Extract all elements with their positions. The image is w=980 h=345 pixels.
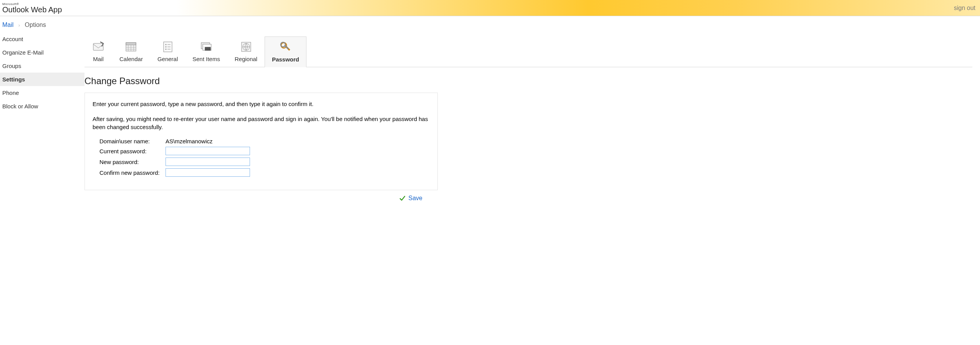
sidebar: Account Organize E-Mail Groups Settings … bbox=[0, 32, 84, 202]
tab-password[interactable]: Password bbox=[265, 36, 306, 67]
mail-icon bbox=[92, 40, 105, 53]
tab-regional[interactable]: Regional bbox=[227, 36, 265, 67]
intro-text-1: Enter your current password, type a new … bbox=[93, 100, 430, 108]
breadcrumb: Mail › Options bbox=[0, 16, 980, 32]
tab-label: Regional bbox=[235, 56, 257, 62]
intro-text-2: After saving, you might need to re-enter… bbox=[93, 115, 430, 131]
tab-calendar[interactable]: Calendar bbox=[112, 36, 150, 67]
new-password-input[interactable] bbox=[166, 158, 250, 166]
sent-items-icon bbox=[200, 40, 213, 53]
sidebar-item-groups[interactable]: Groups bbox=[0, 59, 84, 73]
password-icon bbox=[279, 41, 292, 54]
tab-sent-items[interactable]: Sent Items bbox=[185, 36, 227, 67]
sidebar-item-organize-email[interactable]: Organize E-Mail bbox=[0, 46, 84, 59]
main-content: Mail Calendar General Sent Items bbox=[84, 32, 980, 202]
current-password-input[interactable] bbox=[166, 147, 250, 155]
svg-point-10 bbox=[165, 46, 166, 48]
svg-rect-0 bbox=[93, 43, 103, 50]
breadcrumb-separator: › bbox=[18, 22, 20, 28]
regional-icon bbox=[240, 40, 253, 53]
row-new-password: New password: bbox=[93, 158, 430, 166]
settings-tabs: Mail Calendar General Sent Items bbox=[84, 32, 972, 67]
tab-mail[interactable]: Mail bbox=[84, 36, 112, 67]
tab-label: Password bbox=[272, 56, 299, 63]
save-label: Save bbox=[409, 195, 422, 202]
page-title: Change Password bbox=[84, 76, 972, 86]
sidebar-item-block-allow[interactable]: Block or Allow bbox=[0, 100, 84, 113]
change-password-panel: Enter your current password, type a new … bbox=[84, 93, 438, 190]
svg-point-9 bbox=[165, 44, 166, 45]
breadcrumb-mail[interactable]: Mail bbox=[2, 22, 13, 28]
tab-label: Sent Items bbox=[192, 56, 220, 62]
tab-general[interactable]: General bbox=[150, 36, 185, 67]
app-logo: Microsoft® Outlook Web App bbox=[2, 3, 62, 13]
svg-point-11 bbox=[165, 49, 166, 50]
new-password-label: New password: bbox=[93, 159, 166, 165]
sidebar-item-phone[interactable]: Phone bbox=[0, 86, 84, 100]
row-current-password: Current password: bbox=[93, 147, 430, 155]
logo-main: Outlook Web App bbox=[2, 6, 62, 13]
check-icon bbox=[399, 195, 406, 201]
confirm-password-input[interactable] bbox=[166, 168, 250, 177]
confirm-password-label: Confirm new password: bbox=[93, 169, 166, 176]
breadcrumb-options: Options bbox=[25, 22, 46, 28]
sidebar-item-settings[interactable]: Settings bbox=[0, 73, 84, 86]
tab-label: Mail bbox=[93, 56, 104, 62]
row-confirm-password: Confirm new password: bbox=[93, 168, 430, 177]
tab-label: General bbox=[157, 56, 178, 62]
row-domain-user: Domain\user name: AS\mzelmanowicz bbox=[93, 138, 430, 144]
general-icon bbox=[161, 40, 174, 53]
sidebar-item-account[interactable]: Account bbox=[0, 32, 84, 46]
save-row: Save bbox=[84, 190, 438, 202]
tab-label: Calendar bbox=[119, 56, 143, 62]
domain-user-value: AS\mzelmanowicz bbox=[166, 138, 213, 144]
current-password-label: Current password: bbox=[93, 148, 166, 154]
svg-rect-17 bbox=[205, 47, 210, 50]
domain-user-label: Domain\user name: bbox=[93, 138, 166, 144]
calendar-icon bbox=[124, 40, 137, 53]
svg-rect-2 bbox=[126, 43, 136, 45]
save-button[interactable]: Save bbox=[399, 195, 422, 202]
sign-out-link[interactable]: sign out bbox=[954, 5, 978, 12]
app-header: Microsoft® Outlook Web App sign out bbox=[0, 0, 980, 16]
